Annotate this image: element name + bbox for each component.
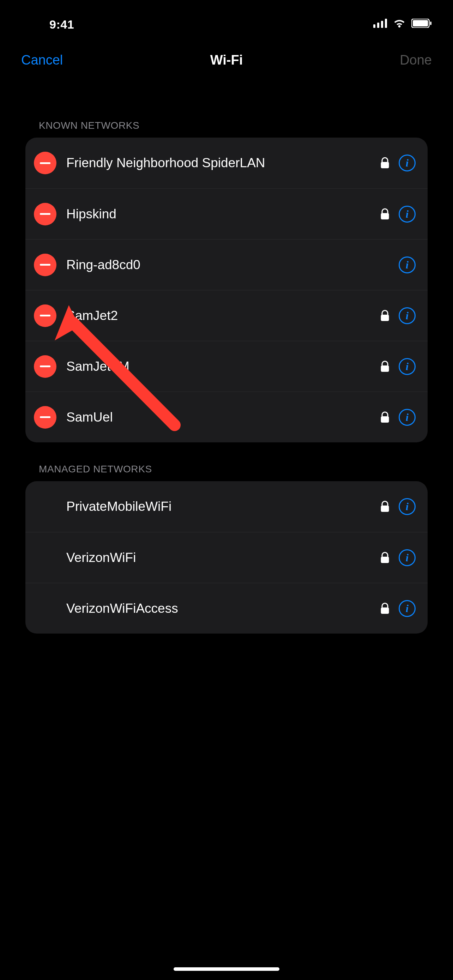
navbar: Cancel Wi-Fi Done — [0, 42, 453, 78]
lock-icon — [380, 310, 389, 322]
info-button[interactable]: i — [399, 256, 416, 274]
lock-icon — [380, 552, 389, 564]
info-button[interactable]: i — [399, 549, 416, 566]
info-button[interactable]: i — [399, 498, 416, 515]
network-row[interactable]: Ring-ad8cd0i — [25, 239, 428, 290]
delete-button[interactable] — [34, 406, 56, 429]
network-row[interactable]: VerizonWiFiAccessi — [25, 583, 428, 633]
managed-networks-group: PrivateMobileWiFiiVerizonWiFiiVerizonWiF… — [25, 481, 428, 633]
svg-rect-12 — [381, 506, 389, 512]
svg-rect-8 — [381, 213, 389, 220]
delete-button[interactable] — [34, 254, 56, 276]
network-name: SamUel — [66, 410, 376, 425]
network-name: PrivateMobileWiFi — [66, 499, 376, 514]
delete-button[interactable] — [34, 304, 56, 327]
svg-rect-7 — [381, 162, 389, 168]
lock-icon — [380, 361, 389, 372]
network-row[interactable]: Hipskindi — [25, 188, 428, 239]
lock-icon — [380, 411, 389, 423]
section-header-known: Known Networks — [0, 120, 453, 138]
svg-rect-13 — [381, 557, 389, 563]
svg-rect-2 — [381, 21, 383, 28]
cellular-icon — [373, 19, 387, 28]
network-row[interactable]: Friendly Neighborhood SpiderLANi — [25, 138, 428, 188]
page-title: Wi-Fi — [210, 52, 243, 68]
network-name: SamJet2 — [66, 308, 376, 323]
lock-icon — [380, 208, 389, 220]
network-name: Hipskind — [66, 207, 376, 221]
svg-rect-9 — [381, 315, 389, 321]
lock-icon — [380, 501, 389, 512]
info-button[interactable]: i — [399, 358, 416, 375]
section-header-managed: Managed Networks — [0, 463, 453, 481]
lock-icon — [380, 157, 389, 169]
info-button[interactable]: i — [399, 600, 416, 617]
info-button[interactable]: i — [399, 154, 416, 172]
svg-rect-6 — [430, 22, 431, 25]
status-icons — [373, 18, 432, 28]
network-name: Ring-ad8cd0 — [66, 258, 389, 272]
svg-rect-3 — [385, 19, 387, 28]
svg-rect-5 — [413, 20, 428, 27]
status-bar: 9:41 — [0, 0, 453, 39]
network-row[interactable]: SamUeli — [25, 391, 428, 442]
status-time: 9:41 — [49, 18, 74, 32]
svg-rect-14 — [381, 608, 389, 614]
svg-rect-11 — [381, 416, 389, 423]
network-row[interactable]: VerizonWiFii — [25, 532, 428, 583]
network-row[interactable]: SamJet2i — [25, 290, 428, 341]
home-indicator — [173, 967, 280, 971]
info-button[interactable]: i — [399, 307, 416, 324]
battery-icon — [412, 19, 432, 28]
cancel-button[interactable]: Cancel — [21, 52, 63, 68]
network-name: VerizonWiFi — [66, 550, 376, 565]
network-name: VerizonWiFiAccess — [66, 601, 376, 616]
network-name: Friendly Neighborhood SpiderLAN — [66, 156, 376, 170]
svg-rect-1 — [377, 22, 379, 28]
network-name: SamJetTM — [66, 359, 376, 374]
lock-icon — [380, 603, 389, 614]
delete-button[interactable] — [34, 203, 56, 226]
known-networks-group: Friendly Neighborhood SpiderLANiHipskind… — [25, 138, 428, 442]
delete-button[interactable] — [34, 152, 56, 174]
info-button[interactable]: i — [399, 206, 416, 223]
svg-rect-10 — [381, 366, 389, 372]
done-button[interactable]: Done — [400, 52, 432, 68]
wifi-icon — [392, 18, 407, 28]
network-row[interactable]: SamJetTMi — [25, 341, 428, 391]
delete-button[interactable] — [34, 355, 56, 378]
network-row[interactable]: PrivateMobileWiFii — [25, 481, 428, 532]
svg-rect-0 — [373, 24, 375, 28]
info-button[interactable]: i — [399, 409, 416, 426]
